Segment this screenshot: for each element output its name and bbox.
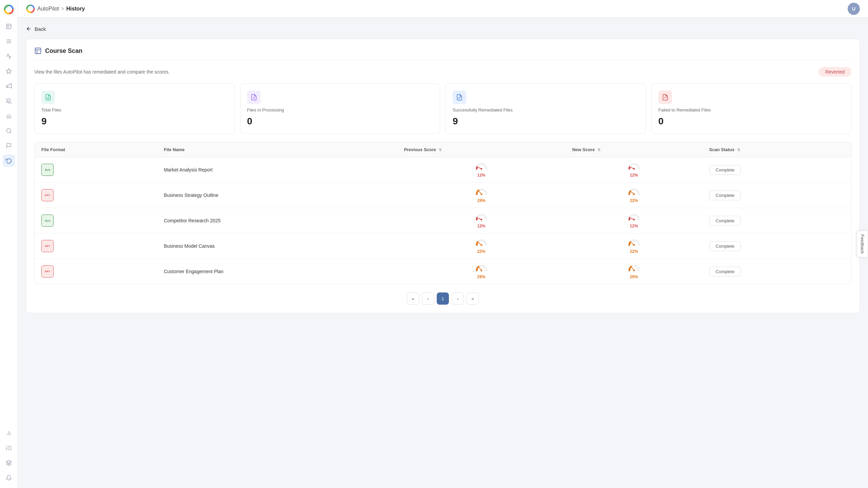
svg-point-54 — [633, 270, 635, 271]
files-processing-icon — [247, 90, 261, 104]
new-score-cell: 22% — [566, 183, 703, 208]
page-next-btn[interactable]: › — [452, 292, 464, 305]
sidebar-item-sliders[interactable] — [3, 442, 15, 454]
table-row: XLS Market Analysis Report 12% — [35, 157, 851, 183]
header: AutoPilot > History U — [18, 0, 868, 18]
successfully-remediated-value: 9 — [453, 116, 639, 127]
svg-point-44 — [480, 219, 482, 221]
sidebar-item-gauge[interactable] — [3, 110, 15, 122]
table-row: PPT Business Strategy Outline 29% — [35, 183, 851, 208]
total-files-label: Total Files — [41, 107, 228, 113]
main-content: AutoPilot > History U Back Course Scan — [18, 0, 868, 488]
svg-point-52 — [480, 270, 482, 271]
sidebar-item-analytics[interactable] — [3, 427, 15, 439]
course-scan-icon — [34, 47, 42, 55]
scan-status-cell: Complete — [703, 259, 851, 284]
app-logo[interactable] — [3, 4, 14, 15]
sidebar-item-layers[interactable] — [3, 457, 15, 469]
new-score-cell: 22% — [566, 233, 703, 259]
svg-marker-7 — [6, 69, 11, 74]
col-previous-score[interactable]: Previous Score ⇅ — [397, 142, 565, 157]
status-badge: Complete — [709, 241, 741, 251]
file-name-cell: Market Analysis Report — [157, 157, 397, 183]
prev-score-cell: 29% — [397, 259, 565, 284]
failed-remediated-icon — [658, 90, 672, 104]
successfully-remediated-label: Successfully Remediated Files — [453, 107, 639, 113]
successfully-remediated-icon — [453, 90, 466, 104]
new-score-cell: 29% — [566, 259, 703, 284]
main-card: Course Scan View the files AutoPilot has… — [26, 39, 860, 313]
sidebar-item-notes[interactable] — [3, 20, 15, 33]
svg-point-50 — [633, 244, 635, 246]
svg-point-9 — [6, 128, 11, 133]
scan-status-cell: Complete — [703, 233, 851, 259]
back-button[interactable]: Back — [26, 26, 46, 32]
sidebar-item-flag[interactable] — [3, 140, 15, 152]
svg-rect-1 — [6, 24, 11, 29]
sidebar-item-bell-off[interactable] — [3, 95, 15, 107]
stats-row: Total Files 9 Files in Processing 0 Succ… — [34, 83, 851, 134]
sidebar-item-history[interactable] — [3, 155, 15, 167]
failed-remediated-label: Failed to Remediated Files — [658, 107, 845, 113]
col-file-name: File Name — [157, 142, 397, 157]
files-processing-label: Files in Processing — [247, 107, 433, 113]
total-files-value: 9 — [41, 116, 228, 127]
avatar[interactable]: U — [848, 3, 860, 15]
breadcrumb-sep: > — [61, 6, 64, 12]
page-description: View the files AutoPilot has remediated … — [34, 69, 170, 75]
file-format-cell: XLS — [35, 157, 157, 183]
prev-score-cell: 22% — [397, 233, 565, 259]
svg-line-8 — [6, 98, 12, 104]
status-badge: Complete — [709, 216, 741, 226]
sidebar-item-star[interactable] — [3, 65, 15, 77]
status-badge: Complete — [709, 165, 741, 175]
feedback-tab[interactable]: Feedback — [857, 230, 868, 257]
col-scan-status[interactable]: Scan Status ⇅ — [703, 142, 851, 157]
file-name-cell: Business Model Canvas — [157, 233, 397, 259]
pagination: « ‹ 1 › » — [34, 292, 851, 305]
file-format-cell: PPT — [35, 183, 157, 208]
scan-status-cell: Complete — [703, 157, 851, 183]
svg-point-36 — [480, 168, 482, 170]
page-first-btn[interactable]: « — [407, 292, 419, 305]
sort-icon-prev: ⇅ — [439, 148, 442, 152]
files-table: File Format File Name Previous Score ⇅ N… — [34, 142, 851, 284]
status-badge: Complete — [709, 267, 741, 277]
stat-total-files: Total Files 9 — [34, 83, 235, 134]
file-name-cell: Business Strategy Outline — [157, 183, 397, 208]
svg-point-42 — [633, 194, 635, 195]
sidebar-item-list[interactable] — [3, 35, 15, 47]
failed-remediated-value: 0 — [658, 116, 845, 127]
card-header: Course Scan — [34, 47, 851, 60]
file-name-cell: Competitor Research 2025 — [157, 208, 397, 233]
sidebar-item-search[interactable] — [3, 125, 15, 137]
description-row: View the files AutoPilot has remediated … — [34, 67, 851, 77]
prev-score-cell: 12% — [397, 208, 565, 233]
stat-successfully-remediated: Successfully Remediated Files 9 — [446, 83, 646, 134]
col-file-format: File Format — [35, 142, 157, 157]
svg-line-10 — [10, 132, 11, 133]
new-score-cell: 12% — [566, 157, 703, 183]
svg-rect-27 — [35, 48, 41, 54]
app-logo-header — [26, 4, 35, 14]
sort-icon-status: ⇅ — [737, 148, 740, 152]
svg-point-48 — [480, 244, 482, 246]
file-format-cell: PPT — [35, 233, 157, 259]
file-name-cell: Customer Engagement Plan — [157, 259, 397, 284]
sidebar-item-chart[interactable] — [3, 50, 15, 62]
svg-marker-24 — [6, 461, 11, 463]
svg-point-38 — [633, 168, 635, 170]
total-files-icon — [41, 90, 55, 104]
page-last-btn[interactable]: » — [467, 292, 479, 305]
scan-status-cell: Complete — [703, 208, 851, 233]
sidebar-item-megaphone[interactable] — [3, 80, 15, 92]
breadcrumb-app: AutoPilot — [37, 6, 59, 12]
table-row: PPT Customer Engagement Plan 29% — [35, 259, 851, 284]
col-new-score[interactable]: New Score ⇅ — [566, 142, 703, 157]
prev-score-cell: 12% — [397, 157, 565, 183]
page-1-btn[interactable]: 1 — [437, 292, 449, 305]
prev-score-cell: 29% — [397, 183, 565, 208]
page-prev-btn[interactable]: ‹ — [422, 292, 434, 305]
stat-failed-remediated: Failed to Remediated Files 0 — [651, 83, 852, 134]
sidebar-item-notifications[interactable] — [3, 472, 15, 484]
